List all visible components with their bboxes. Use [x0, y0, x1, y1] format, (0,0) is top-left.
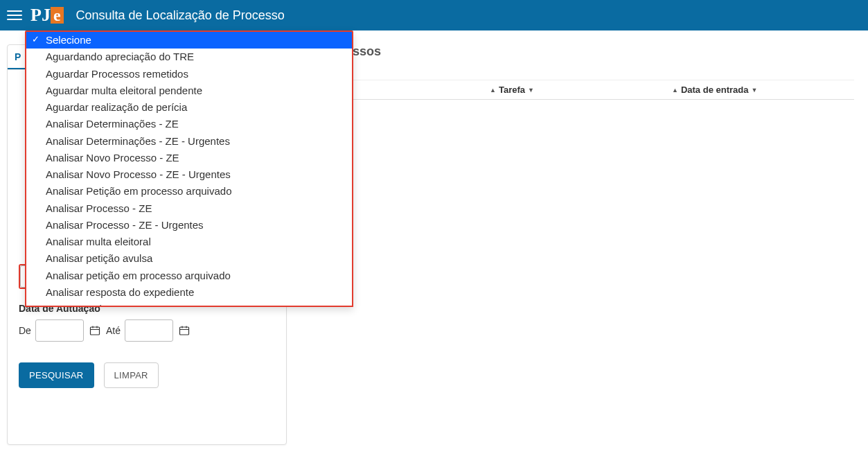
- dropdown-option[interactable]: Analisar petição avulsa: [26, 250, 352, 267]
- search-button[interactable]: PESQUISAR: [19, 362, 94, 388]
- results-title: s Processos: [308, 44, 854, 59]
- dropdown-option[interactable]: Aguardando apreciação do TRE: [26, 49, 352, 65]
- calendar-icon[interactable]: [177, 324, 191, 337]
- dropdown-option[interactable]: Analisar Determinações - ZE: [26, 116, 352, 132]
- sort-down-icon[interactable]: ▼: [751, 87, 757, 94]
- column-header[interactable]: ▲Tarefa▼: [490, 85, 672, 95]
- column-header[interactable]: ▲Data de entrada▼: [672, 85, 854, 95]
- results-area: s Processos ▲Fluxo▼▲Tarefa▼▲Data de entr…: [301, 44, 861, 100]
- svg-rect-1: [179, 327, 188, 335]
- page-title: Consulta de Localização de Processo: [76, 8, 285, 23]
- dropdown-option[interactable]: Analisar Processo - ZE - Urgentes: [26, 217, 352, 234]
- dropdown-option[interactable]: Analisar Novo Processo - ZE: [26, 150, 352, 166]
- dropdown-option[interactable]: Aguardar Processos remetidos: [26, 66, 352, 82]
- sort-down-icon[interactable]: ▼: [528, 87, 534, 94]
- column-label: Tarefa: [499, 85, 525, 95]
- menu-icon[interactable]: [7, 8, 22, 23]
- dropdown-option[interactable]: Analisar multa eleitoral: [26, 234, 352, 250]
- date-from-input[interactable]: [35, 319, 84, 342]
- date-to-input[interactable]: [125, 319, 173, 342]
- date-to-label: Até: [106, 325, 121, 336]
- results-header-row: ▲Fluxo▼▲Tarefa▼▲Data de entrada▼: [308, 80, 854, 100]
- date-from-label: De: [19, 325, 31, 336]
- svg-rect-0: [90, 327, 99, 335]
- calendar-icon[interactable]: [88, 324, 102, 337]
- tarefa-dropdown-list[interactable]: SelecioneAguardando apreciação do TREAgu…: [25, 30, 353, 307]
- brand-letter-p: P: [30, 5, 42, 26]
- date-field-group: Data de Autuação De Até: [19, 303, 275, 342]
- dropdown-option[interactable]: Analisar Determinações - ZE - Urgentes: [26, 133, 352, 150]
- dropdown-option[interactable]: Analisar petição em processo arquivado: [26, 268, 352, 284]
- brand-letter-e: e: [51, 7, 64, 24]
- clear-button[interactable]: LIMPAR: [104, 362, 159, 388]
- app-header: P J e Consulta de Localização de Process…: [0, 0, 868, 30]
- brand-letter-j: J: [42, 5, 51, 26]
- column-label: Data de entrada: [681, 85, 749, 95]
- brand-logo[interactable]: P J e: [30, 5, 64, 26]
- dropdown-option[interactable]: Selecione: [26, 32, 352, 49]
- dropdown-option[interactable]: Analisar Novo Processo - ZE - Urgentes: [26, 166, 352, 183]
- dropdown-option[interactable]: Analisar Petição em processo arquivado: [26, 183, 352, 200]
- sort-up-icon[interactable]: ▲: [490, 87, 496, 94]
- dropdown-option[interactable]: Aguardar multa eleitoral pendente: [26, 82, 352, 99]
- dropdown-option[interactable]: Analisar Processo - ZE: [26, 200, 352, 217]
- dropdown-option[interactable]: Aguardar realização de perícia: [26, 99, 352, 116]
- dropdown-option[interactable]: Apensar e desapensar processos - ZE: [26, 301, 352, 307]
- sort-up-icon[interactable]: ▲: [672, 87, 678, 94]
- dropdown-option[interactable]: Analisar resposta do expediente: [26, 284, 352, 301]
